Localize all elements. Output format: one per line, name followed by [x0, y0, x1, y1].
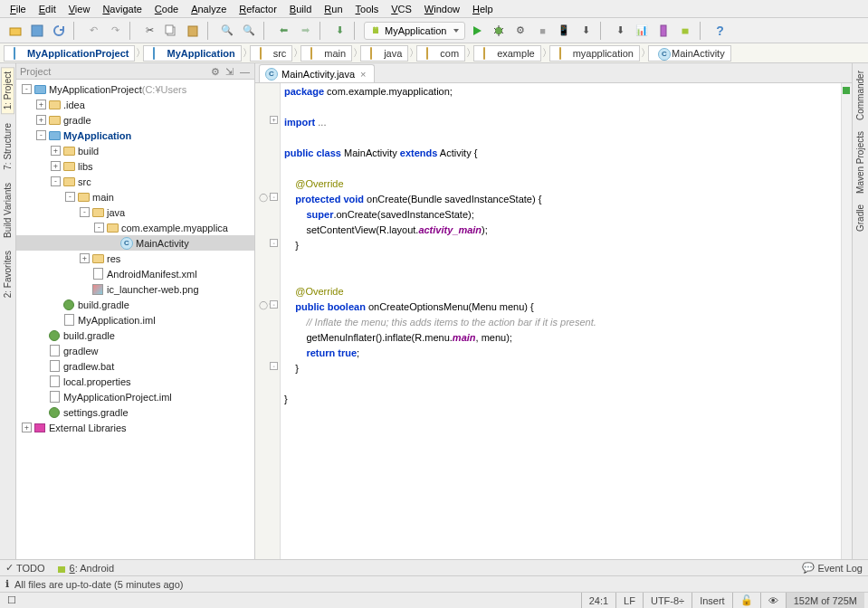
tree-toggle-icon[interactable]: +	[36, 115, 46, 125]
tree-node[interactable]: local.properties	[16, 374, 254, 389]
close-icon[interactable]: ×	[358, 69, 367, 80]
sync-icon[interactable]: ⬇	[610, 21, 630, 41]
code-line[interactable]: getMenuInflater().inflate(R.menu.main, m…	[284, 330, 837, 346]
tool-tab-gradle[interactable]: Gradle	[854, 201, 866, 235]
redo-icon[interactable]: ↷	[105, 21, 125, 41]
menu-help[interactable]: Help	[466, 2, 500, 16]
menu-navigate[interactable]: Navigate	[96, 2, 148, 16]
cut-icon[interactable]: ✂	[139, 21, 159, 41]
editor-tab[interactable]: C MainActivity.java ×	[259, 64, 375, 82]
code-line[interactable]	[284, 376, 837, 392]
tree-node[interactable]: +gradle	[16, 112, 254, 128]
menu-run[interactable]: Run	[318, 2, 348, 16]
tool-tab-structure[interactable]: 7: Structure	[2, 119, 14, 174]
refresh-icon[interactable]	[49, 21, 69, 41]
tree-node[interactable]: ic_launcher-web.png	[16, 281, 254, 297]
tree-node[interactable]: build.gradle	[16, 328, 254, 343]
tree-node[interactable]: gradlew	[16, 343, 254, 358]
menu-window[interactable]: Window	[418, 2, 466, 16]
code-line[interactable]: public class MainActivity extends Activi…	[284, 146, 837, 161]
error-stripe[interactable]	[841, 83, 852, 559]
monitor-icon[interactable]: 📊	[632, 21, 652, 41]
code-line[interactable]	[284, 253, 837, 269]
fold-icon[interactable]: -	[270, 362, 278, 370]
breadcrumb-item[interactable]: src	[250, 45, 293, 62]
encoding[interactable]: UTF-8 ÷	[643, 593, 692, 608]
android-tool-icon[interactable]	[675, 21, 695, 41]
tool-tab-commander[interactable]: Commander	[854, 67, 866, 124]
tree-node[interactable]: CMainActivity	[16, 235, 254, 251]
tree-node[interactable]: +External Libraries	[16, 420, 254, 435]
tree-toggle-icon[interactable]: +	[22, 423, 32, 432]
menu-build[interactable]: Build	[283, 2, 318, 16]
tree-toggle-icon[interactable]: -	[80, 207, 90, 217]
open-icon[interactable]	[5, 21, 25, 41]
lock-icon[interactable]: 🔓	[732, 593, 760, 608]
menu-analyze[interactable]: Analyze	[185, 2, 233, 16]
help-icon[interactable]: ?	[710, 21, 730, 41]
breadcrumb-item[interactable]: com	[416, 45, 465, 62]
debug-icon[interactable]	[489, 21, 509, 41]
insert-mode[interactable]: Insert	[692, 593, 732, 608]
tree-node[interactable]: MyApplication.iml	[16, 312, 254, 328]
tree-node[interactable]: -src	[16, 174, 254, 189]
breadcrumb-item[interactable]: MyApplication	[143, 45, 241, 62]
todo-tab[interactable]: ✓ TODO	[5, 562, 45, 574]
tree-node[interactable]: +libs	[16, 158, 254, 174]
tree-toggle-icon[interactable]: +	[80, 253, 90, 263]
code-line[interactable]: public boolean onCreateOptionsMenu(Menu …	[284, 299, 837, 315]
hector-icon[interactable]: ☐	[4, 594, 20, 606]
run-config-selector[interactable]: MyApplication	[364, 22, 465, 40]
attach-icon[interactable]: ⚙	[510, 21, 530, 41]
menu-file[interactable]: File	[4, 2, 33, 16]
inspect-icon[interactable]: 👁	[760, 593, 786, 608]
fold-icon[interactable]: +	[270, 116, 278, 124]
code-line[interactable]	[284, 161, 837, 176]
code-line[interactable]: super.onCreate(savedInstanceState);	[284, 207, 837, 223]
settings-icon[interactable]: ⚙	[211, 66, 222, 77]
tree-node[interactable]: -MyApplication	[16, 128, 254, 143]
tree-toggle-icon[interactable]: -	[51, 176, 61, 186]
tree-toggle-icon[interactable]: +	[51, 146, 61, 156]
fold-icon[interactable]: -	[270, 300, 278, 309]
tree-node[interactable]: +.idea	[16, 97, 254, 112]
code-line[interactable]: @Override	[284, 176, 837, 192]
event-log-tab[interactable]: 💬 Event Log	[802, 562, 863, 574]
fold-icon[interactable]: -	[270, 193, 278, 201]
menu-edit[interactable]: Edit	[33, 2, 62, 16]
device-icon[interactable]	[653, 21, 673, 41]
menu-code[interactable]: Code	[148, 2, 185, 16]
code-line[interactable]	[284, 407, 837, 423]
stop-icon[interactable]: ■	[532, 21, 552, 41]
code-line[interactable]: // Inflate the menu; this adds items to …	[284, 315, 837, 330]
menu-tools[interactable]: Tools	[349, 2, 386, 16]
breadcrumb-item[interactable]: myapplication	[549, 45, 640, 62]
tree-node[interactable]: build.gradle	[16, 297, 254, 312]
menu-refactor[interactable]: Refactor	[233, 2, 283, 16]
tree-toggle-icon[interactable]: +	[51, 161, 61, 171]
project-tree[interactable]: -MyApplicationProject (C:¥Users+.idea+gr…	[16, 80, 254, 559]
code-line[interactable]: package com.example.myapplication;	[284, 84, 837, 100]
tool-tab-mavenprojects[interactable]: Maven Projects	[854, 128, 866, 197]
editor-body[interactable]: +◯↑--◯↑-- package com.example.myapplicat…	[255, 83, 852, 559]
breadcrumb-item[interactable]: example	[473, 45, 541, 62]
breadcrumb-item[interactable]: CMainActivity	[648, 45, 731, 62]
code-line[interactable]: import ...	[284, 115, 837, 130]
tree-node[interactable]: -java	[16, 204, 254, 220]
editor-gutter[interactable]: +◯↑--◯↑--	[255, 83, 281, 559]
forward-icon[interactable]: ➡	[295, 21, 315, 41]
fold-icon[interactable]: -	[270, 239, 278, 247]
paste-icon[interactable]	[183, 21, 203, 41]
tool-tab-buildvariants[interactable]: Build Variants	[2, 179, 14, 242]
tool-tab-favorites[interactable]: 2: Favorites	[2, 247, 14, 301]
tree-node[interactable]: -MyApplicationProject (C:¥Users	[16, 81, 254, 97]
android-tab[interactable]: 6: Android	[56, 563, 115, 574]
tree-toggle-icon[interactable]: -	[22, 84, 32, 94]
sdk-icon[interactable]: ⬇	[576, 21, 596, 41]
code-line[interactable]: return true;	[284, 346, 837, 361]
code-line[interactable]: }	[284, 238, 837, 253]
tree-node[interactable]: gradlew.bat	[16, 358, 254, 374]
make-icon[interactable]: ⬇	[329, 21, 349, 41]
tree-node[interactable]: MyApplicationProject.iml	[16, 389, 254, 404]
line-separator[interactable]: LF	[615, 593, 643, 608]
